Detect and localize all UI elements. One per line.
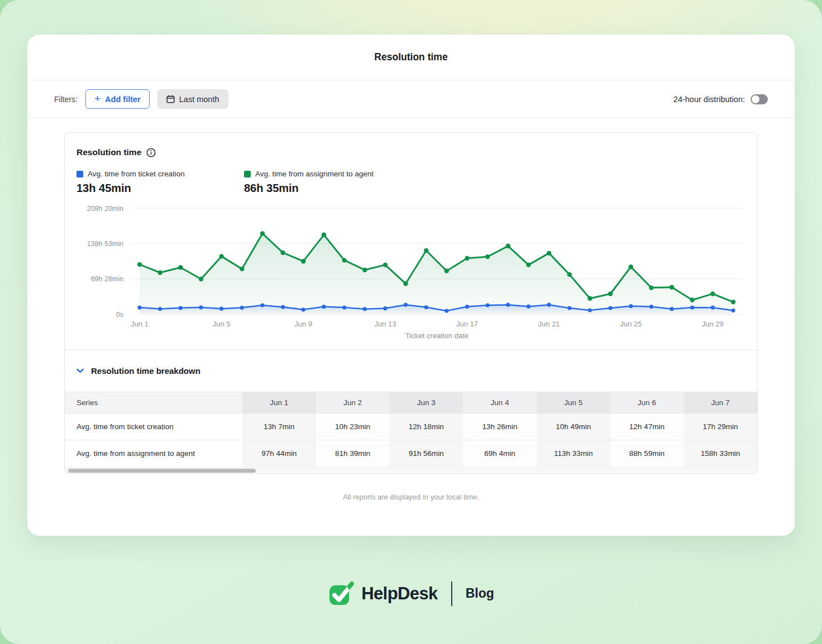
- svg-text:Jun 29: Jun 29: [702, 320, 724, 328]
- breakdown-table: SeriesJun 1Jun 2Jun 3Jun 4Jun 5Jun 6Jun …: [65, 392, 757, 467]
- distribution-control: 24-hour distribution:: [673, 94, 768, 104]
- table-cell: 81h 39min: [316, 440, 390, 467]
- table-row-label: Avg. time from ticket creation: [65, 414, 242, 440]
- table-cell: 12h 18min: [389, 414, 463, 440]
- table-header-cell: Jun 3: [389, 392, 463, 414]
- svg-text:208h 20min: 208h 20min: [87, 205, 123, 213]
- svg-text:Ticket creation date: Ticket creation date: [405, 331, 469, 340]
- table-header-cell: Jun 6: [610, 392, 684, 414]
- distribution-label: 24-hour distribution:: [673, 95, 745, 104]
- table-cell: 88h 59min: [610, 440, 684, 467]
- svg-text:Jun 17: Jun 17: [456, 320, 478, 328]
- date-range-label: Last month: [179, 95, 219, 104]
- chevron-down-icon[interactable]: [77, 368, 84, 373]
- legend-item-ticket-creation: Avg. time from ticket creation 13h 45min: [77, 170, 244, 195]
- table-header-cell: Jun 1: [242, 392, 316, 414]
- legend-value: 13h 45min: [77, 182, 244, 195]
- check-logo-icon: [328, 580, 354, 607]
- legend-swatch-green: [244, 171, 251, 177]
- svg-text:Jun 9: Jun 9: [294, 320, 312, 328]
- legend-label: Avg. time from ticket creation: [88, 170, 185, 178]
- svg-text:138h 53min: 138h 53min: [87, 240, 123, 248]
- brand-name: HelpDesk: [361, 584, 438, 604]
- resolution-time-chart: 0s69h 26min138h 53min208h 20minJun 1Jun …: [65, 195, 757, 344]
- table-row-label: Avg. time from assignment to agent: [65, 440, 242, 467]
- svg-text:0s: 0s: [116, 311, 123, 319]
- table-header-cell: Jun 4: [463, 392, 537, 414]
- legend-value: 86h 35min: [244, 182, 412, 195]
- svg-text:Jun 25: Jun 25: [620, 320, 642, 328]
- table-header-cell: Jun 7: [684, 392, 757, 414]
- table-cell: 113h 33min: [537, 440, 610, 467]
- add-filter-label: Add filter: [105, 95, 141, 104]
- table-cell: 97h 44min: [242, 440, 316, 467]
- table-cell: 12h 47min: [610, 414, 684, 440]
- legend-label: Avg. time from assignment to agent: [255, 170, 374, 178]
- svg-text:Jun 21: Jun 21: [538, 320, 560, 328]
- breakdown-header[interactable]: Resolution time breakdown: [65, 350, 757, 392]
- svg-text:Jun 13: Jun 13: [374, 320, 396, 328]
- horizontal-scrollbar[interactable]: [65, 467, 757, 473]
- table-cell: 10h 23min: [316, 414, 390, 440]
- calendar-icon: [166, 95, 175, 103]
- svg-text:69h 26min: 69h 26min: [91, 275, 123, 283]
- table-cell: 158h 33min: [684, 440, 757, 467]
- legend-swatch-blue: [77, 171, 83, 177]
- local-time-note: All reports are displayed in your local …: [27, 493, 795, 501]
- report-header: Resolution time: [27, 35, 795, 80]
- table-row: Avg. time from assignment to agent97h 44…: [65, 440, 757, 467]
- table-cell: 69h 4min: [463, 440, 537, 467]
- table-cell: 10h 49min: [537, 414, 610, 440]
- table-header-cell: Jun 2: [316, 392, 390, 414]
- table-cell: 17h 29min: [684, 414, 757, 440]
- footer-brand: HelpDesk Blog: [0, 580, 822, 607]
- helpdesk-logo: HelpDesk: [328, 580, 438, 607]
- filters-bar: Filters: + Add filter Last month 24-hour…: [27, 80, 795, 118]
- date-range-button[interactable]: Last month: [157, 89, 228, 109]
- breakdown-title: Resolution time breakdown: [91, 366, 200, 376]
- legend-item-assignment: Avg. time from assignment to agent 86h 3…: [244, 170, 412, 195]
- plus-icon: +: [94, 93, 101, 104]
- panel-title: Resolution time: [77, 147, 141, 157]
- table-header-cell: Jun 5: [537, 392, 610, 414]
- footer-divider: [451, 581, 452, 606]
- svg-text:Jun 1: Jun 1: [131, 320, 149, 328]
- distribution-toggle[interactable]: [751, 94, 768, 104]
- info-icon[interactable]: [146, 148, 156, 157]
- table-cell: 13h 7min: [242, 414, 316, 440]
- table-row: Avg. time from ticket creation13h 7min10…: [65, 414, 757, 440]
- add-filter-button[interactable]: + Add filter: [85, 89, 150, 109]
- panel-header: Resolution time: [65, 133, 757, 157]
- svg-text:Jun 5: Jun 5: [213, 320, 231, 328]
- table-header-series: Series: [65, 392, 242, 414]
- scrollbar-thumb[interactable]: [68, 469, 256, 473]
- resolution-time-panel: Resolution time Avg. time from ticket cr…: [64, 132, 758, 474]
- chart-legend: Avg. time from ticket creation 13h 45min…: [65, 170, 757, 195]
- table-cell: 13h 26min: [463, 414, 537, 440]
- report-card: Resolution time Filters: + Add filter La…: [27, 35, 795, 536]
- toggle-knob: [752, 95, 759, 103]
- filters-label: Filters:: [54, 95, 78, 104]
- table-header-row: SeriesJun 1Jun 2Jun 3Jun 4Jun 5Jun 6Jun …: [65, 392, 757, 414]
- blog-label: Blog: [466, 586, 494, 601]
- table-cell: 91h 56min: [389, 440, 463, 467]
- page-title: Resolution time: [374, 51, 447, 63]
